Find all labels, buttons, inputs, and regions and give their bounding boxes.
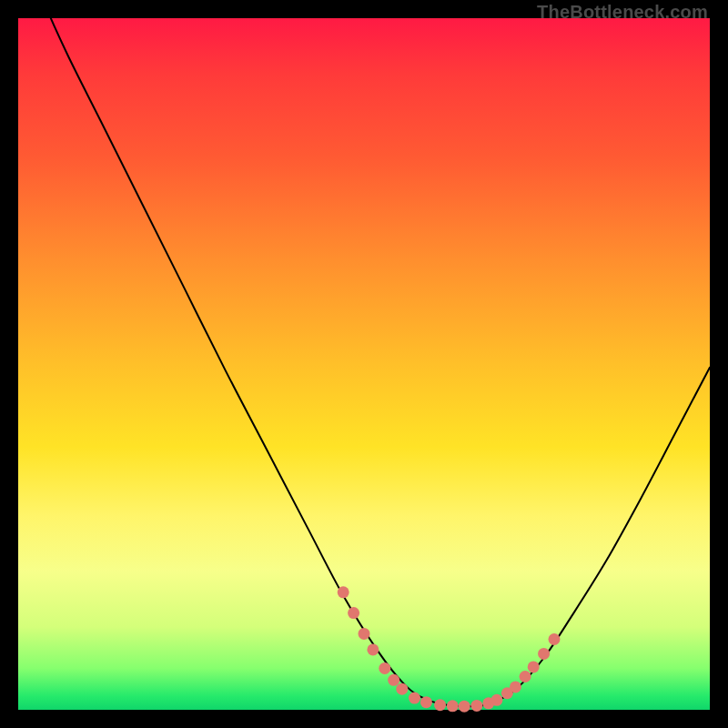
bottleneck-curve: [18, 0, 710, 706]
marker-point: [409, 693, 420, 704]
marker-point: [490, 694, 502, 706]
marker-point: [388, 674, 399, 686]
marker-point: [538, 648, 550, 660]
marker-point: [520, 671, 531, 682]
marker-point: [528, 661, 540, 672]
marker-point: [434, 699, 446, 711]
marker-point: [420, 696, 432, 708]
marker-point: [459, 701, 470, 713]
plot-area: [18, 18, 710, 710]
watermark-text: TheBottleneck.com: [537, 2, 708, 23]
chart-svg: [18, 18, 710, 710]
marker-point: [549, 633, 561, 645]
chart-frame: [18, 18, 710, 710]
highlight-markers: [338, 586, 561, 712]
marker-point: [379, 662, 390, 674]
marker-point: [359, 628, 370, 640]
marker-point: [367, 643, 379, 655]
marker-point: [348, 607, 359, 619]
marker-point: [447, 700, 459, 712]
marker-point: [338, 586, 349, 598]
marker-point: [470, 700, 482, 712]
marker-point: [510, 681, 521, 693]
marker-point: [396, 683, 408, 695]
